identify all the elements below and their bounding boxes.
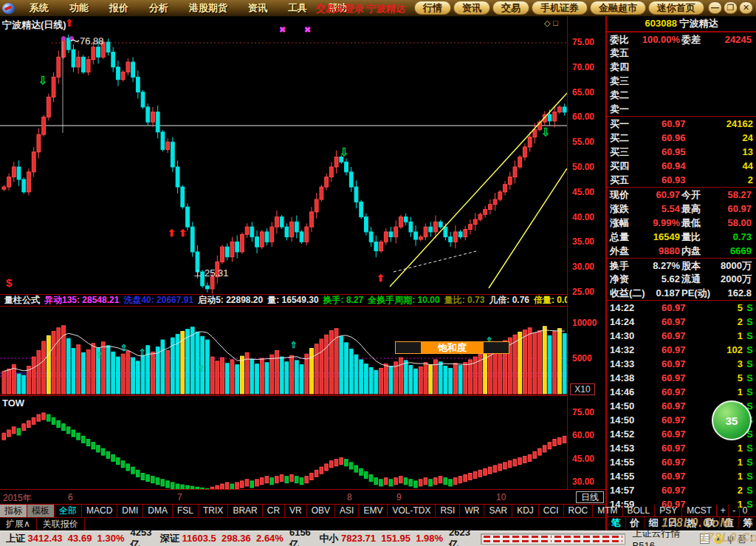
tick-row[interactable]: 14:2260.975S xyxy=(607,301,756,315)
quick-button-迷你首页[interactable]: 迷你首页 xyxy=(648,1,704,15)
buy-row-price: 60.93 xyxy=(662,173,686,187)
mini-button-0[interactable]: 0 xyxy=(739,505,750,517)
antenna-icon[interactable]: ψ xyxy=(727,533,734,544)
menu-item-功能[interactable]: 功能 xyxy=(59,1,99,15)
buy-row: 买一60.9724162 xyxy=(607,117,756,131)
upload-icon[interactable]: ▲ xyxy=(713,533,724,544)
close-button[interactable]: ✕ xyxy=(739,1,753,14)
menu-item-工具[interactable]: 工具 xyxy=(278,1,317,15)
quote-tab-联[interactable]: 联 xyxy=(701,517,721,529)
menu-item-报价[interactable]: 报价 xyxy=(99,1,139,15)
index-quote: 上证 3412.43 43.69 1.30% xyxy=(6,532,124,545)
menu-item-港股期货[interactable]: 港股期货 xyxy=(179,1,238,15)
tick-row[interactable]: 14:5560.971S xyxy=(607,469,756,483)
indicator-tab-BOLL[interactable]: BOLL xyxy=(623,505,656,517)
indicator-tab-RSI[interactable]: RSI xyxy=(436,505,460,517)
indicator-tab-MCST[interactable]: MCST xyxy=(682,505,717,517)
tick-price: 60.97 xyxy=(662,329,686,343)
indicator-tab-PSY[interactable]: PSY xyxy=(655,505,682,517)
tick-row[interactable]: 14:3060.971S xyxy=(607,329,756,343)
indicator-tab-模板[interactable]: 模板 xyxy=(27,505,55,517)
tick-side: S xyxy=(743,469,753,483)
server-name: 上证云行情B516 xyxy=(633,527,700,546)
indicator-tab-ROC[interactable]: ROC xyxy=(564,505,594,517)
quick-button-金融超市[interactable]: 金融超市 xyxy=(590,1,646,15)
indicator-tab-BRAR[interactable]: BRAR xyxy=(228,505,262,517)
indicator-tab-MTM[interactable]: MTM xyxy=(593,505,622,517)
tick-row[interactable]: 14:4660.971S xyxy=(607,385,756,399)
menu-item-系统[interactable]: 系统 xyxy=(19,1,59,15)
saturation-label: 饱和度 xyxy=(438,342,467,353)
restore-button[interactable]: ❐ xyxy=(724,1,738,14)
green-down-arrow: ⇩ xyxy=(38,74,48,86)
quote-tab-笔[interactable]: 笔 xyxy=(607,517,626,529)
volume-chart-pane[interactable]: ⇧⇧⇧⇧⇧⇧⇧ 饱和度 xyxy=(0,307,567,395)
tick-row[interactable]: 14:3260.97102S xyxy=(607,343,756,357)
stat-value: 60.97 xyxy=(727,202,753,216)
tick-time: 14:46 xyxy=(610,385,642,399)
buy-row-qty: 44 xyxy=(743,159,753,173)
weibi-value: 100.00% xyxy=(642,33,681,46)
minimize-button[interactable]: — xyxy=(708,1,722,14)
volume-green-arrow: ⇧ xyxy=(139,347,146,358)
app-logo-icon xyxy=(2,3,15,14)
y-axis-label: 35.00 xyxy=(572,236,594,247)
tick-row[interactable]: 14:3860.975S xyxy=(607,371,756,385)
indicator-tab-WR[interactable]: WR xyxy=(460,505,484,517)
alert-icon[interactable]: ! xyxy=(750,533,753,544)
tick-price: 60.97 xyxy=(662,469,686,483)
document-icon[interactable] xyxy=(700,533,709,544)
stat-label: 量比 xyxy=(681,230,701,244)
indicator-tab-DMA[interactable]: DMA xyxy=(143,505,173,517)
indicator-tab-DMI[interactable]: DMI xyxy=(117,505,143,517)
quick-button-行情[interactable]: 行情 xyxy=(414,1,451,15)
indicator-tab-FSL[interactable]: FSL xyxy=(173,505,199,517)
buy-row-price: 60.96 xyxy=(662,131,686,145)
tick-price: 60.97 xyxy=(662,315,686,329)
indicator-tab-CCI[interactable]: CCI xyxy=(539,505,564,517)
quick-button-交易[interactable]: 交易 xyxy=(492,1,529,15)
tick-row[interactable]: 14:5760.972S xyxy=(607,483,756,497)
tick-row[interactable]: 14:5360.971S xyxy=(607,441,756,455)
quote-tab-值[interactable]: 值 xyxy=(720,517,739,529)
indicator-tab-VR[interactable]: VR xyxy=(285,505,307,517)
stock-title: 603088 宁波精达 xyxy=(607,16,756,32)
quote-tab-筹[interactable]: 筹 xyxy=(739,517,756,529)
formula-item: 量比: 0.73 xyxy=(444,294,485,307)
indicator-tab-指标[interactable]: 指标 xyxy=(0,505,27,517)
indicator-tab-全部[interactable]: 全部 xyxy=(55,505,82,517)
indicator-tab-SAR[interactable]: SAR xyxy=(484,505,512,517)
tick-qty: 2 xyxy=(738,483,743,497)
quick-button-手机证券[interactable]: 手机证券 xyxy=(532,1,588,15)
tick-side: S xyxy=(743,441,753,455)
stat-half: 最高60.97 xyxy=(681,202,753,216)
indicator-tab-TRIX[interactable]: TRIX xyxy=(199,505,228,517)
red-up-arrow: ⬆ xyxy=(179,228,187,239)
menu-item-分析[interactable]: 分析 xyxy=(139,1,179,15)
candlestick-chart-pane[interactable]: ⇩⇩⇩⬆⬆⬆✖✖$〜76.88⊥ 25.31 宁波精达(日线) ⬆ ◇□ xyxy=(0,16,567,294)
indicator-tab-VOL-TDX[interactable]: VOL-TDX xyxy=(388,505,436,517)
y-axis-label: 40.00 xyxy=(572,212,594,222)
tick-row[interactable]: 14:5560.971S xyxy=(607,455,756,469)
red-up-arrow: ⬆ xyxy=(377,273,385,284)
menu-item-资讯[interactable]: 资讯 xyxy=(238,1,278,15)
service-badge[interactable]: 35 xyxy=(712,400,752,440)
indicator-tab-CR[interactable]: CR xyxy=(263,505,285,517)
pane-corner-icons[interactable]: ◇□ xyxy=(544,18,561,28)
tick-time: 14:55 xyxy=(610,455,642,469)
mini-button--[interactable]: - xyxy=(728,505,739,517)
indicator-tab-ASI[interactable]: ASI xyxy=(335,505,359,517)
mini-button-+[interactable]: + xyxy=(717,505,728,517)
tick-row[interactable]: 14:2460.972S xyxy=(607,315,756,329)
quick-button-资讯[interactable]: 资讯 xyxy=(453,1,490,15)
tick-price: 60.97 xyxy=(662,371,686,385)
period-button[interactable]: 日线 xyxy=(576,491,604,503)
indicator-tab-EMV[interactable]: EMV xyxy=(359,505,388,517)
tick-row[interactable]: 14:3360.973S xyxy=(607,357,756,371)
buy-row-label: 买一 xyxy=(610,117,642,131)
signal-tower-icon[interactable]: 품 xyxy=(738,533,746,545)
indicator-tab-KDJ[interactable]: KDJ xyxy=(512,505,539,517)
indicator-tab-MACD[interactable]: MACD xyxy=(82,505,117,517)
tow-indicator-pane[interactable]: TOW xyxy=(0,395,567,489)
indicator-tab-OBV[interactable]: OBV xyxy=(307,505,335,517)
